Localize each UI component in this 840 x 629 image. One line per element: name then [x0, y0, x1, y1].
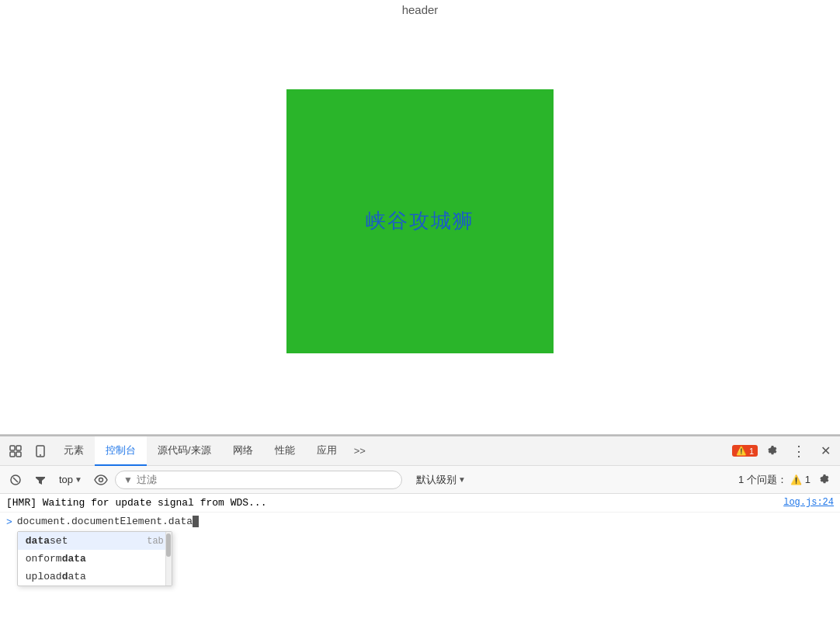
error-badge: ⚠️ 1: [732, 445, 758, 457]
prompt-arrow: >: [6, 516, 12, 528]
cursor: |: [193, 516, 199, 527]
autocomplete-scrollbar: [165, 532, 172, 586]
browser-viewport: header 峡谷攻城狮: [0, 0, 840, 435]
clear-console-icon[interactable]: [5, 469, 26, 491]
console-settings-icon[interactable]: [814, 469, 835, 491]
devtools-console-toolbar: top ▼ ▼ 默认级别 ▼ 1 个问题： ⚠️ 1: [0, 466, 840, 494]
tab-performance[interactable]: 性能: [264, 436, 306, 466]
issues-number: 1: [805, 474, 810, 485]
autocomplete-dropdown: dataset tab onformdata: [17, 531, 172, 586]
issues-label: 1 个问题：: [738, 473, 787, 487]
default-level-label: 默认级别: [416, 473, 456, 487]
svg-point-8: [99, 478, 102, 481]
filter-icon: ▼: [123, 474, 133, 485]
console-output: [HMR] Waiting for update signal from WDS…: [0, 494, 840, 629]
filter-toggle-icon[interactable]: [30, 469, 51, 491]
autocomplete-text-2: uploaddata: [26, 571, 86, 582]
svg-rect-2: [10, 452, 15, 457]
autocomplete-text-1: onformdata: [26, 553, 86, 565]
tab-elements[interactable]: 元素: [53, 436, 95, 466]
tab-sources[interactable]: 源代码/来源: [147, 436, 222, 466]
svg-point-5: [40, 454, 41, 456]
issues-count: 1 个问题： ⚠️ 1: [738, 473, 810, 487]
autocomplete-item-0[interactable]: dataset tab: [18, 532, 172, 550]
default-level-chevron: ▼: [458, 475, 466, 484]
inspect-icon[interactable]: [3, 436, 28, 466]
tab-console[interactable]: 控制台: [95, 436, 147, 466]
console-log-line: [HMR] Waiting for update signal from WDS…: [0, 494, 840, 513]
tab-application[interactable]: 应用: [306, 436, 348, 466]
console-log-source[interactable]: log.js:24: [783, 497, 834, 508]
autocomplete-text-0: dataset: [26, 535, 68, 547]
top-dropdown[interactable]: top ▼: [54, 472, 87, 487]
settings-icon[interactable]: [761, 440, 784, 463]
console-prompt-line: > document.documentElement.data| dataset…: [0, 513, 840, 531]
devtools-panel: 元素 控制台 源代码/来源 网络 性能 应用 >> ⚠️ 1: [0, 435, 840, 629]
autocomplete-scrollbar-thumb: [166, 533, 171, 557]
default-level-dropdown[interactable]: 默认级别 ▼: [411, 471, 470, 488]
devtools-tabs-bar: 元素 控制台 源代码/来源 网络 性能 应用 >> ⚠️ 1: [0, 436, 840, 466]
warning-icon: ⚠️: [736, 446, 747, 456]
top-label: top: [59, 474, 73, 485]
svg-line-7: [13, 478, 18, 482]
tab-more[interactable]: >>: [348, 436, 372, 466]
svg-rect-0: [10, 446, 15, 450]
page-title: header: [402, 0, 439, 19]
green-box-text: 峡谷攻城狮: [366, 207, 474, 235]
green-box: 峡谷攻城狮: [286, 89, 554, 353]
svg-rect-3: [16, 452, 21, 457]
autocomplete-item-1[interactable]: onformdata: [18, 550, 172, 568]
tab-hint: tab: [147, 536, 164, 547]
chevron-down-icon: ▼: [75, 475, 82, 484]
warning-badge-icon: ⚠️: [790, 474, 802, 485]
svg-rect-1: [16, 446, 21, 450]
tab-network[interactable]: 网络: [222, 436, 264, 466]
autocomplete-wrapper: document.documentElement.data| dataset t…: [17, 516, 199, 527]
console-log-text: [HMR] Waiting for update signal from WDS…: [6, 497, 266, 509]
eye-icon[interactable]: [90, 469, 112, 491]
device-icon[interactable]: [28, 436, 53, 466]
filter-input[interactable]: [137, 474, 394, 485]
filter-input-wrapper: ▼: [115, 471, 402, 489]
console-input-text: document.documentElement.data: [17, 516, 193, 527]
more-options-icon[interactable]: ⋮: [787, 440, 810, 463]
autocomplete-item-2[interactable]: uploaddata: [18, 568, 172, 586]
devtools-tabs-right: ⚠️ 1 ⋮ ✕: [732, 440, 837, 463]
console-input-line: document.documentElement.data|: [17, 516, 199, 527]
close-devtools-icon[interactable]: ✕: [814, 440, 837, 463]
